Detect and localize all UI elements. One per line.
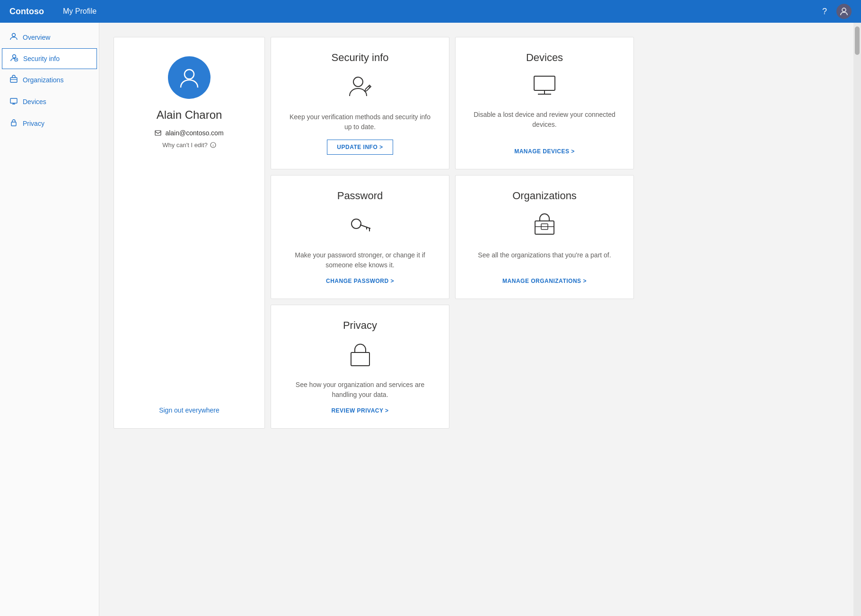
- devices-card-title: Devices: [526, 52, 563, 64]
- user-name: Alain Charon: [157, 108, 222, 122]
- sidebar-item-privacy[interactable]: Privacy: [0, 113, 99, 134]
- sidebar-item-overview[interactable]: Overview: [0, 26, 99, 48]
- header-right: ?: [822, 4, 852, 19]
- cards-grid: Alain Charon alain@contoso.com Why can't…: [114, 37, 634, 429]
- password-card-title: Password: [337, 190, 383, 202]
- avatar-silhouette-icon: [177, 66, 201, 89]
- overview-icon: [9, 32, 18, 43]
- sign-out-link[interactable]: Sign out everywhere: [159, 406, 220, 414]
- privacy-card-title: Privacy: [343, 319, 377, 332]
- review-privacy-button[interactable]: REVIEW PRIVACY >: [331, 407, 388, 414]
- profile-card: Alain Charon alain@contoso.com Why can't…: [114, 37, 265, 429]
- scrollbar-thumb[interactable]: [855, 26, 860, 55]
- avatar: [168, 56, 211, 99]
- organizations-icon: [9, 75, 18, 85]
- organizations-card-icon: [530, 211, 559, 243]
- sidebar: Overview Security info: [0, 23, 99, 616]
- svg-point-2: [13, 55, 16, 58]
- user-email-row: alain@contoso.com: [155, 129, 223, 137]
- main-content: Alain Charon alain@contoso.com Why can't…: [99, 23, 853, 616]
- email-icon: [155, 130, 161, 136]
- security-info-card: Security info Keep your verification met…: [271, 37, 449, 169]
- security-info-card-title: Security info: [331, 52, 388, 64]
- svg-rect-13: [155, 131, 161, 135]
- privacy-icon: [9, 118, 18, 129]
- svg-point-21: [351, 219, 361, 229]
- devices-icon: [9, 97, 18, 107]
- main-layout: Overview Security info: [0, 23, 861, 616]
- edit-note-row: Why can't I edit? i: [162, 141, 216, 149]
- scrollbar[interactable]: [853, 23, 861, 616]
- devices-card: Devices Disable a lost device and review…: [455, 37, 634, 169]
- svg-point-16: [353, 77, 363, 87]
- change-password-button[interactable]: CHANGE PASSWORD >: [326, 278, 394, 284]
- security-info-card-desc: Keep your verification methods and secur…: [285, 112, 435, 132]
- sidebar-item-organizations-label: Organizations: [23, 76, 63, 84]
- privacy-card-icon: [347, 340, 373, 372]
- page-title: My Profile: [63, 7, 97, 16]
- devices-card-icon: [530, 72, 559, 102]
- svg-rect-11: [11, 122, 16, 126]
- password-card-desc: Make your password stronger, or change i…: [285, 250, 435, 270]
- info-icon: i: [210, 142, 216, 148]
- organizations-card-desc: See all the organizations that you're a …: [478, 250, 611, 270]
- sidebar-item-organizations[interactable]: Organizations: [0, 69, 99, 91]
- help-icon[interactable]: ?: [822, 7, 827, 17]
- svg-rect-25: [535, 221, 554, 234]
- sidebar-item-devices-label: Devices: [23, 98, 46, 106]
- sidebar-item-security-info[interactable]: Security info: [2, 48, 97, 69]
- svg-rect-18: [534, 76, 555, 90]
- sidebar-item-devices[interactable]: Devices: [0, 91, 99, 113]
- security-info-card-icon: [346, 72, 374, 105]
- devices-card-desc: Disable a lost device and review your co…: [470, 110, 619, 141]
- privacy-card: Privacy See how your organization and se…: [271, 305, 449, 429]
- svg-rect-8: [10, 98, 17, 103]
- svg-point-0: [842, 8, 846, 12]
- sidebar-item-security-info-label: Security info: [23, 55, 60, 62]
- svg-line-22: [360, 225, 370, 229]
- privacy-card-desc: See how your organization and services a…: [285, 380, 435, 400]
- svg-line-17: [369, 86, 370, 88]
- user-email: alain@contoso.com: [165, 129, 223, 137]
- svg-rect-6: [10, 78, 17, 82]
- organizations-card: Organizations See all the organizations …: [455, 175, 634, 299]
- password-card-icon: [346, 211, 374, 243]
- manage-devices-button[interactable]: MANAGE DEVICES >: [514, 148, 575, 155]
- user-silhouette-icon: [840, 7, 848, 16]
- brand-name: Contoso: [9, 7, 44, 17]
- sidebar-item-overview-label: Overview: [23, 34, 50, 41]
- sidebar-item-privacy-label: Privacy: [23, 120, 44, 127]
- password-card: Password Make your password stronger, or…: [271, 175, 449, 299]
- svg-rect-28: [351, 352, 369, 366]
- organizations-card-title: Organizations: [512, 190, 577, 202]
- svg-point-12: [184, 70, 194, 79]
- security-info-icon: [10, 53, 18, 64]
- user-avatar-icon[interactable]: [836, 4, 852, 19]
- edit-note-text: Why can't I edit?: [162, 141, 208, 149]
- svg-text:i: i: [212, 143, 213, 148]
- header-left: Contoso My Profile: [9, 7, 97, 17]
- header: Contoso My Profile ?: [0, 0, 861, 23]
- update-info-button[interactable]: UPDATE INFO >: [327, 140, 393, 155]
- svg-point-1: [12, 34, 16, 37]
- manage-organizations-button[interactable]: MANAGE ORGANIZATIONS >: [502, 278, 587, 284]
